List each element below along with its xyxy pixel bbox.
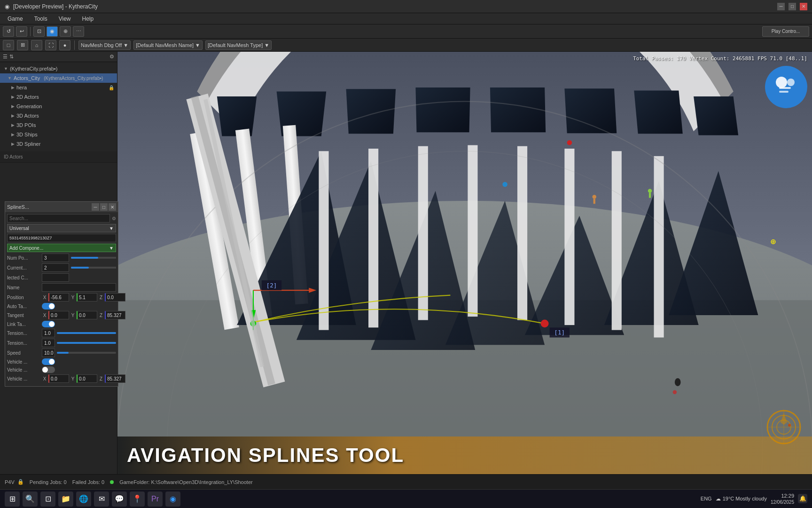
tool-box[interactable]: □ xyxy=(3,40,14,50)
veh3-z[interactable]: 85.327 xyxy=(105,374,125,383)
pos-y[interactable]: 5.1 xyxy=(77,293,97,302)
tree-actors-city[interactable]: ▼ Actors_City (KytheraActors_City.prefab… xyxy=(0,73,117,83)
navmesh-name-dropdown[interactable]: [Default NavMesh Name] ▼ xyxy=(133,40,203,50)
current-row: Current... 2 xyxy=(7,263,116,272)
svg-point-41 xyxy=(675,378,681,386)
dialog-titlebar[interactable]: SplineS... ─ □ ✕ xyxy=(5,202,118,212)
globe-button[interactable]: ◉ xyxy=(47,26,58,37)
tree-root[interactable]: ▼ (KytheraCity.prefab•) xyxy=(0,64,117,73)
speed-slider[interactable] xyxy=(57,352,116,354)
tan-x[interactable]: 0.0 xyxy=(48,311,69,319)
vehicle3-label: Vehicle ... xyxy=(7,376,40,381)
tool-grid[interactable]: ⊞ xyxy=(17,40,28,50)
tool-dot[interactable]: ● xyxy=(59,40,70,50)
tension1-row: Tension... 1.0 xyxy=(7,329,116,337)
pending-jobs: Pending Jobs: 0 xyxy=(30,479,67,485)
tool-home[interactable]: ⌂ xyxy=(31,40,42,50)
maximize-button[interactable]: □ xyxy=(789,3,796,10)
tension2-slider[interactable] xyxy=(57,342,116,344)
notification-button[interactable]: 🔔 xyxy=(798,494,807,503)
scene-svg: [2] [1] ⊕ xyxy=(117,52,812,474)
dialog-close[interactable]: ✕ xyxy=(109,203,116,211)
tree-generation[interactable]: ▶ Generation xyxy=(0,102,117,111)
num-points-slider[interactable] xyxy=(71,257,116,259)
tension2-row: Tension... 1.0 xyxy=(7,339,116,347)
select-button[interactable]: ⊡ xyxy=(33,26,45,37)
taskbar-browser[interactable]: 🌐 xyxy=(76,492,91,507)
veh3-x[interactable]: 0.0 xyxy=(48,374,69,383)
more-button[interactable]: ⋯ xyxy=(73,26,84,37)
universal-dropdown[interactable]: Universal ▼ xyxy=(7,224,116,232)
search-button[interactable]: ⊕ xyxy=(60,26,71,37)
add-component-row: Add Compone... ▼ xyxy=(7,244,116,252)
taskbar-task-view[interactable]: ⊡ xyxy=(40,492,55,507)
svg-point-46 xyxy=(787,79,795,86)
tree-2d-actors[interactable]: ▶ 2D Actors xyxy=(0,92,117,102)
p4v-section: P4V 🔒 xyxy=(5,479,24,485)
tz-label: Z xyxy=(98,311,104,319)
viewport[interactable]: Camera entity: Camera □ ⊡ ↗ xyxy=(117,52,812,474)
search-input[interactable] xyxy=(7,214,110,222)
tree-hera[interactable]: ▶ hera 🔒 xyxy=(0,83,117,92)
taskbar-discord[interactable]: 💬 xyxy=(112,492,127,507)
tension1-slider[interactable] xyxy=(57,332,116,334)
taskbar-mail[interactable]: ✉ xyxy=(94,492,109,507)
taskbar-search[interactable]: 🔍 xyxy=(23,492,38,507)
tree-3d-pois[interactable]: ▶ 3D POIs xyxy=(0,120,117,130)
tan-z[interactable]: 85.327 xyxy=(105,311,125,319)
dialog-restore[interactable]: □ xyxy=(100,203,108,211)
menu-view[interactable]: View xyxy=(54,15,76,23)
close-button[interactable]: ✕ xyxy=(800,3,807,10)
taskbar-start[interactable]: ⊞ xyxy=(5,492,20,507)
minimize-button[interactable]: ─ xyxy=(777,3,785,10)
taskbar-right: ENG ☁ 19°C Mostly cloudy 12:29 12/06/202… xyxy=(701,492,807,505)
tree-3d-ships[interactable]: ▶ 3D Ships xyxy=(0,130,117,139)
play-button[interactable]: Play Contro... xyxy=(762,26,809,37)
vy-label: Y xyxy=(70,374,76,383)
tree-3d-spliner[interactable]: ▶ 3D Spliner xyxy=(0,139,117,149)
pos-x[interactable]: -56.6 xyxy=(48,293,69,302)
tree-header: ☰ ⇅ ⚙ xyxy=(0,52,117,62)
speed-row: Speed 10.0 xyxy=(7,349,116,357)
redo-button[interactable]: ↩ xyxy=(16,26,27,37)
navmesh-debug-dropdown[interactable]: NavMesh Dbg Off ▼ xyxy=(78,40,131,50)
dialog-buttons: ─ □ ✕ xyxy=(92,203,116,211)
ty-label: Y xyxy=(70,311,76,319)
tension2-value: 1.0 xyxy=(42,339,55,347)
num-points-row: Num Po... 3 xyxy=(7,254,116,262)
tool-frame[interactable]: ⛶ xyxy=(45,40,56,50)
taskbar-maps[interactable]: 📍 xyxy=(130,492,145,507)
current-slider[interactable] xyxy=(71,267,116,269)
auto-tangent-toggle[interactable] xyxy=(42,303,55,310)
taskbar-premiere[interactable]: Pr xyxy=(148,492,163,507)
taskbar-explorer[interactable]: 📁 xyxy=(58,492,73,507)
menu-game[interactable]: Game xyxy=(3,15,28,23)
settings-icon[interactable]: ⚙ xyxy=(109,54,114,60)
navmesh-type-dropdown[interactable]: [Default NavMesh Type] ▼ xyxy=(205,40,272,50)
svg-point-30 xyxy=(541,319,549,327)
link-tangent-toggle[interactable] xyxy=(42,321,55,327)
pos-z[interactable]: 0.0 xyxy=(105,293,125,302)
menu-tools[interactable]: Tools xyxy=(30,15,52,23)
veh3-y[interactable]: 0.0 xyxy=(77,374,97,383)
taskbar-app1[interactable]: ◉ xyxy=(165,492,180,507)
name-input[interactable] xyxy=(42,283,116,292)
spline-dialog: SplineS... ─ □ ✕ ⚙ Universal ▼ xyxy=(5,201,118,387)
stats-text: Total Passes: 170 Vertex Count: 2465881 … xyxy=(633,56,807,62)
dialog-minimize[interactable]: ─ xyxy=(92,203,99,211)
universal-row: Universal ▼ xyxy=(7,224,116,232)
current-value: 2 xyxy=(42,263,69,272)
menu-help[interactable]: Help xyxy=(78,15,99,23)
vehicle2-toggle[interactable] xyxy=(42,366,55,373)
svg-rect-40 xyxy=(649,193,651,198)
tree-3d-actors[interactable]: ▶ 3D Actors xyxy=(0,111,117,120)
svg-rect-13 xyxy=(319,151,328,330)
actors-city-label: Actors_City xyxy=(14,75,40,81)
tan-y[interactable]: 0.0 xyxy=(77,311,97,319)
add-component-button[interactable]: Add Compone... ▼ xyxy=(7,244,116,252)
failed-jobs: Failed Jobs: 0 xyxy=(72,479,104,485)
y-label: Y xyxy=(70,293,76,302)
undo-button[interactable]: ↺ xyxy=(3,26,14,37)
vehicle1-toggle[interactable] xyxy=(42,358,55,365)
tension2-label: Tension... xyxy=(7,341,40,346)
